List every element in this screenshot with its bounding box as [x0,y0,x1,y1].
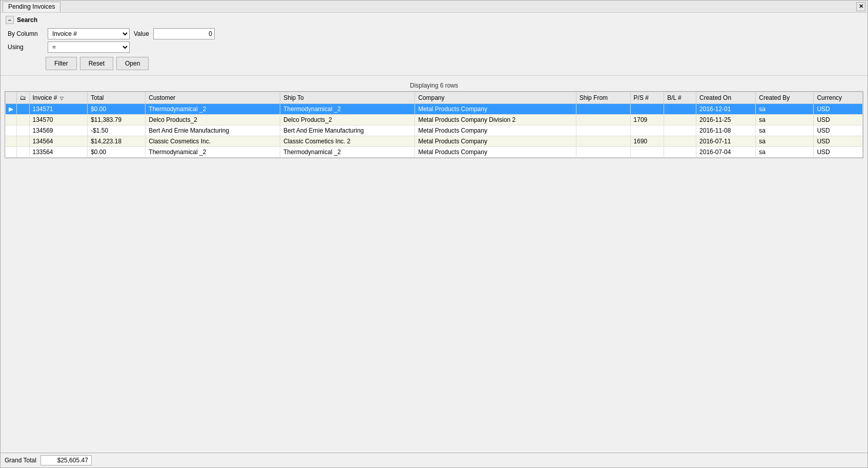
row-created-by: sa [756,115,814,125]
row-bl-num [664,147,696,158]
row-ship-from [576,125,630,136]
row-company: Metal Products Company [415,104,576,115]
row-ps-num: 1690 [630,136,664,147]
row-company: Metal Products Company [415,136,576,147]
using-label: Using [8,44,44,51]
table-row[interactable]: 133564$0.00Thermodynamical _2Thermodynam… [6,147,863,158]
row-created-by: sa [756,147,814,158]
title-tabs: Pending Invoices [3,2,61,12]
row-customer: Delco Products_2 [146,115,280,125]
row-created-on: 2016-11-25 [696,115,756,125]
row-created-on: 2016-11-08 [696,125,756,136]
search-fields: By Column Invoice # Total Customer Ship … [8,28,862,53]
col-invoice-num[interactable]: Invoice # ▽ [29,92,88,104]
col-company[interactable]: Company [415,92,576,104]
row-total: $11,383.79 [88,115,146,125]
row-arrow [6,115,17,125]
main-window: Pending Invoices ✕ − Search By Column In… [0,0,868,468]
row-ship-to: Thermodynamical _2 [280,104,415,115]
row-currency: USD [814,115,863,125]
row-currency: USD [814,104,863,115]
reset-button[interactable]: Reset [80,57,113,70]
row-invoice-num: 134569 [29,125,88,136]
row-invoice-num: 133564 [29,147,88,158]
row-total: $0.00 [88,147,146,158]
col-ship-to[interactable]: Ship To [280,92,415,104]
title-bar: Pending Invoices ✕ [1,1,867,13]
footer: Grand Total $25,605.47 [1,453,867,467]
row-ship-to: Delco Products_2 [280,115,415,125]
row-currency: USD [814,125,863,136]
col-ps-num[interactable]: P/S # [630,92,664,104]
row-arrow [6,125,17,136]
table-icon: 🗂 [20,94,26,101]
filter-button[interactable]: Filter [46,57,77,70]
col-total[interactable]: Total [88,92,146,104]
invoices-table: 🗂 Invoice # ▽ Total Customer Ship To Com… [5,92,863,158]
close-button[interactable]: ✕ [856,2,865,11]
row-ps-num [630,125,664,136]
col-created-by[interactable]: Created By [756,92,814,104]
search-header: − Search [6,16,862,24]
row-customer: Classic Cosmetics Inc. [146,136,280,147]
tab-pending-invoices[interactable]: Pending Invoices [3,2,60,12]
row-arrow [6,136,17,147]
col-created-on[interactable]: Created On [696,92,756,104]
row-invoice-num: 134571 [29,104,88,115]
row-bl-num [664,136,696,147]
row-ship-from [576,115,630,125]
row-arrow [6,147,17,158]
row-arrow: ▶ [6,104,17,115]
collapse-button[interactable]: − [6,16,14,24]
row-icon [16,136,29,147]
col-icon: 🗂 [16,92,29,104]
col-bl-num[interactable]: B/L # [664,92,696,104]
row-total: $14,223.18 [88,136,146,147]
row-total: $0.00 [88,104,146,115]
row-created-by: sa [756,125,814,136]
row-currency: USD [814,147,863,158]
value-label: Value [134,30,149,37]
grand-total-label: Grand Total [5,457,36,464]
search-title: Search [17,16,37,24]
row-currency: USD [814,136,863,147]
value-input[interactable] [153,28,215,39]
col-customer[interactable]: Customer [146,92,280,104]
table-row[interactable]: 134570$11,383.79Delco Products_2Delco Pr… [6,115,863,125]
by-column-row: By Column Invoice # Total Customer Ship … [8,28,862,39]
table-row[interactable]: 134569-$1.50Bert And Ernie Manufacturing… [6,125,863,136]
row-customer: Bert And Ernie Manufacturing [146,125,280,136]
table-row[interactable]: ▶134571$0.00Thermodynamical _2Thermodyna… [6,104,863,115]
row-ps-num [630,104,664,115]
tab-label: Pending Invoices [8,3,55,10]
open-button[interactable]: Open [116,57,149,70]
row-ship-to: Bert And Ernie Manufacturing [280,125,415,136]
row-ship-from [576,136,630,147]
row-company: Metal Products Company [415,147,576,158]
grand-total-value: $25,605.47 [40,455,92,465]
row-icon [16,125,29,136]
sort-icon: ▽ [60,96,64,101]
row-icon [16,147,29,158]
row-ps-num: 1709 [630,115,664,125]
row-company: Metal Products Company Division 2 [415,115,576,125]
row-ship-from [576,104,630,115]
col-arrow [6,92,17,104]
row-invoice-num: 134570 [29,115,88,125]
row-bl-num [664,115,696,125]
row-created-by: sa [756,136,814,147]
col-ship-from[interactable]: Ship From [576,92,630,104]
col-currency[interactable]: Currency [814,92,863,104]
by-column-label: By Column [8,30,44,37]
row-created-by: sa [756,104,814,115]
row-created-on: 2016-07-04 [696,147,756,158]
row-bl-num [664,125,696,136]
search-panel: − Search By Column Invoice # Total Custo… [1,13,867,76]
row-icon [16,115,29,125]
row-bl-num [664,104,696,115]
using-select[interactable]: = < > <= >= Contains Starts With [48,41,130,53]
table-header-row: 🗂 Invoice # ▽ Total Customer Ship To Com… [6,92,863,104]
row-ship-to: Thermodynamical _2 [280,147,415,158]
table-row[interactable]: 134564$14,223.18Classic Cosmetics Inc.Cl… [6,136,863,147]
by-column-select[interactable]: Invoice # Total Customer Ship To Company… [48,28,130,39]
